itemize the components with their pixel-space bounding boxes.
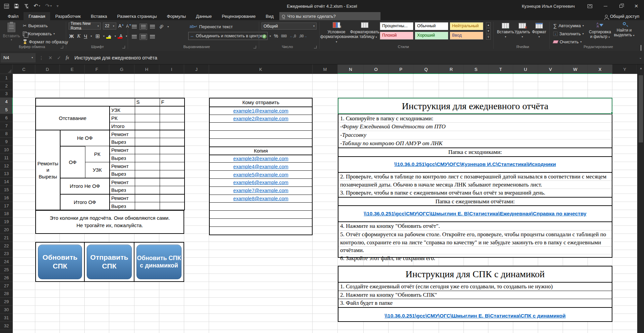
increase-decimal-icon[interactable]: ←,0	[290, 34, 296, 38]
copy-button[interactable]: Копировать▾	[22, 30, 56, 37]
row-header-10[interactable]: 10	[0, 146, 13, 154]
enter-icon[interactable]: ✓	[57, 55, 61, 60]
number-dialog-launcher[interactable]	[314, 46, 317, 48]
column-header-V[interactable]: V	[538, 65, 563, 74]
row-header-15[interactable]: 15	[0, 186, 13, 194]
instr1-step5[interactable]: 5. Отчёт сформируется на рабочем столе. …	[338, 231, 612, 254]
empty-row[interactable]	[210, 202, 312, 210]
email-link-row[interactable]: example5@example.com	[210, 170, 312, 178]
update-spk-button[interactable]: Обновить СПК	[38, 245, 82, 279]
cancel-icon[interactable]: ✕	[48, 55, 52, 60]
col-s-header[interactable]: S	[135, 98, 160, 106]
value-cell[interactable]	[135, 106, 160, 114]
clear-button[interactable]: Очистить▾	[552, 38, 583, 45]
fill-color-button[interactable]: ◆	[108, 34, 111, 39]
comma-style-icon[interactable]: 000	[281, 34, 287, 38]
gallery-more-icon[interactable]: ⊽	[486, 34, 491, 40]
value-cell[interactable]	[135, 154, 160, 162]
value-cell[interactable]	[160, 114, 185, 122]
email-link[interactable]: example3@example.com	[233, 156, 288, 161]
italic-button[interactable]: К	[77, 33, 81, 39]
autosum-button[interactable]: ∑Автосумма▾	[552, 22, 585, 29]
wrap-text-button[interactable]: ab↵Перенести текст	[188, 23, 234, 30]
gallery-down-icon[interactable]: ▼	[486, 28, 491, 34]
email-link[interactable]: example7@example.com	[233, 188, 288, 193]
row-header-28[interactable]: 28	[0, 290, 13, 298]
clear-filter-icon[interactable]	[24, 4, 29, 8]
row-header-9[interactable]: 9	[0, 138, 13, 146]
tell-me-search[interactable]: Что вы хотите сделать?	[279, 12, 380, 20]
instr1-src-header[interactable]: Папка с исходниками:	[338, 148, 612, 157]
total-label[interactable]: Итого	[110, 122, 135, 130]
row-header-4[interactable]: 4	[0, 98, 13, 106]
tab-Разметка страницы[interactable]: Разметка страницы	[112, 12, 162, 20]
repair-label[interactable]: Ремонт	[110, 146, 135, 154]
email-link[interactable]: example2@example.com	[233, 116, 288, 121]
underline-button[interactable]: Ч	[84, 33, 87, 39]
column-header-H[interactable]: H	[134, 65, 159, 74]
total-ne-of-label[interactable]: Итого Не ОФ	[60, 178, 110, 194]
redo-dropdown-icon[interactable]: ▾	[50, 5, 52, 7]
value-cell[interactable]	[160, 194, 185, 202]
formula-content[interactable]: Инструкция для ежедневного отчёта	[75, 55, 639, 60]
row-header-26[interactable]: 26	[0, 274, 13, 282]
select-all-corner[interactable]	[0, 65, 13, 74]
row-header-21[interactable]: 21	[0, 234, 13, 242]
send-spk-button[interactable]: Отправить СПК	[87, 245, 132, 279]
orientation-dropdown-icon[interactable]: ▾	[167, 25, 169, 28]
value-cell[interactable]	[135, 186, 160, 194]
column-header-G[interactable]: G	[109, 65, 134, 74]
row-header-23[interactable]: 23	[0, 250, 13, 258]
row-header-13[interactable]: 13	[0, 170, 13, 178]
style-Ввод[interactable]: Ввод	[450, 32, 483, 40]
tab-Вставка[interactable]: Вставка	[86, 12, 112, 20]
value-cell[interactable]	[160, 154, 185, 162]
fill-button[interactable]: ↓Заполнить▾	[552, 30, 585, 37]
tab-Главная[interactable]: Главная	[24, 12, 50, 20]
instr1-item2[interactable]: -Трассовку	[338, 131, 612, 139]
merge-center-button[interactable]: ↔ Объединить и поместить в центре▾	[188, 32, 268, 40]
vertical-scrollbar[interactable]: ▲	[637, 65, 644, 333]
accounting-dropdown-icon[interactable]: ▾	[270, 35, 271, 38]
repair-label[interactable]: Ремонт	[110, 130, 135, 138]
empty-row[interactable]	[210, 226, 312, 235]
format-painter-button[interactable]: Формат по образцу	[22, 38, 70, 45]
row-header-32[interactable]: 32	[0, 322, 13, 330]
source-folder-link[interactable]: \\10.36.0.251\gcc\СМУ\ОГС\Кузнецов И.С\С…	[394, 160, 556, 168]
align-bottom-icon[interactable]	[150, 25, 155, 29]
rk-label[interactable]: РК	[110, 114, 135, 122]
style-Процентны...[interactable]: Процентны...	[380, 22, 413, 30]
align-middle-icon[interactable]	[141, 25, 146, 29]
row-header-6[interactable]: 6	[0, 114, 13, 122]
row-header-30[interactable]: 30	[0, 306, 13, 314]
font-dialog-launcher[interactable]	[122, 46, 125, 48]
value-cell[interactable]	[135, 202, 160, 210]
user-name[interactable]: Кузнецов Илья Сергеевич	[522, 4, 575, 9]
instr1-step2[interactable]: 2. Проверьте, чтобы в таблице по контрол…	[338, 173, 612, 189]
cut-label[interactable]: Вырез	[110, 186, 135, 194]
email-link[interactable]: example8@example.com	[233, 196, 288, 201]
format-as-table-button[interactable]: Форматировать как таблицу ▾	[350, 22, 379, 40]
row-header-24[interactable]: 24	[0, 258, 13, 266]
value-cell[interactable]	[160, 170, 185, 178]
row-header-31[interactable]: 31	[0, 314, 13, 322]
value-cell[interactable]	[160, 130, 185, 138]
column-header-I[interactable]: I	[159, 65, 184, 74]
value-cell[interactable]	[160, 146, 185, 154]
value-cell[interactable]	[135, 146, 160, 154]
empty-row[interactable]	[210, 218, 312, 226]
panel2-title[interactable]: Инструкция для СПК с динамикой	[338, 266, 612, 283]
accounting-format-icon[interactable]: ₽	[262, 34, 267, 39]
value-cell[interactable]	[160, 186, 185, 194]
tab-Разработчик[interactable]: Разработчик	[50, 12, 86, 20]
cut-button[interactable]: ✂Вырезать	[22, 22, 49, 29]
cut-label[interactable]: Вырез	[110, 202, 135, 210]
value-cell[interactable]	[160, 202, 185, 210]
column-header-E[interactable]: E	[60, 65, 85, 74]
row-header-1[interactable]: 1	[0, 74, 13, 82]
value-cell[interactable]	[160, 178, 185, 186]
row-header-14[interactable]: 14	[0, 178, 13, 186]
tab-Файл[interactable]: Файл	[3, 12, 24, 20]
tab-Данные[interactable]: Данные	[191, 12, 217, 20]
scrollbar-thumb[interactable]	[639, 75, 643, 142]
